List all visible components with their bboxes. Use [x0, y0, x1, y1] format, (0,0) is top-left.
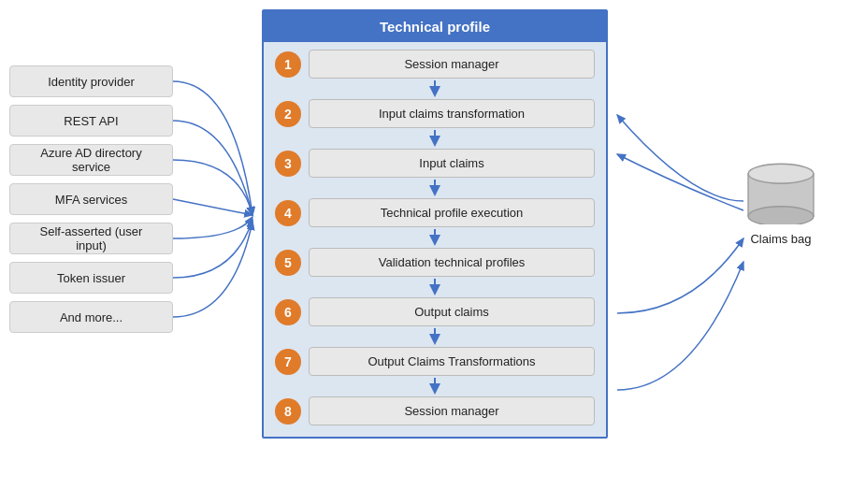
arrow-3-4 — [275, 178, 595, 198]
step-num-8: 8 — [275, 398, 301, 425]
arrow-4-5 — [275, 227, 595, 248]
left-box-self-asserted: Self-asserted (user input) — [9, 223, 173, 254]
step-row-2: 2 Input claims transformation — [275, 99, 595, 128]
step-row-6: 6 Output claims — [275, 297, 595, 326]
arrow-7-8 — [275, 376, 595, 396]
step-row-1: 1 Session manager — [275, 50, 595, 79]
step-num-7: 7 — [275, 349, 301, 375]
claims-bag-label: Claims bag — [750, 232, 811, 246]
step-num-3: 3 — [275, 151, 301, 177]
step-box-6: Output claims — [309, 297, 595, 326]
arrow-5-6 — [275, 277, 595, 297]
step-box-4: Technical profile execution — [309, 198, 595, 227]
step-num-5: 5 — [275, 250, 301, 276]
step-num-1: 1 — [275, 51, 301, 78]
claims-bag: Claims bag — [739, 159, 823, 246]
step-row-4: 4 Technical profile execution — [275, 198, 595, 227]
svg-point-10 — [750, 166, 813, 182]
step-box-8: Session manager — [309, 396, 595, 425]
left-box-azure-ad: Azure AD directory service — [9, 144, 173, 176]
step-num-4: 4 — [275, 200, 301, 226]
diagram: Identity provider REST API Azure AD dire… — [0, 0, 851, 504]
tp-header: Technical profile — [264, 11, 606, 42]
cylinder-icon — [739, 159, 823, 224]
step-box-5: Validation technical profiles — [309, 248, 595, 277]
svg-point-9 — [748, 207, 814, 224]
step-box-2: Input claims transformation — [309, 99, 595, 128]
step-row-8: 8 Session manager — [275, 396, 595, 425]
left-box-token-issuer: Token issuer — [9, 262, 173, 294]
step-row-3: 3 Input claims — [275, 149, 595, 178]
arrow-6-7 — [275, 326, 595, 347]
step-num-6: 6 — [275, 299, 301, 325]
left-box-mfa-services: MFA services — [9, 183, 173, 215]
left-box-and-more: And more... — [9, 301, 173, 333]
step-box-1: Session manager — [309, 50, 595, 79]
step-num-2: 2 — [275, 101, 301, 127]
left-box-rest-api: REST API — [9, 105, 173, 137]
left-box-identity-provider: Identity provider — [9, 65, 173, 97]
step-box-3: Input claims — [309, 149, 595, 178]
step-row-5: 5 Validation technical profiles — [275, 248, 595, 277]
step-box-7: Output Claims Transformations — [309, 347, 595, 376]
tp-body: 1 Session manager 2 Input claims transfo… — [264, 42, 606, 437]
step-row-7: 7 Output Claims Transformations — [275, 347, 595, 376]
arrow-2-3 — [275, 128, 595, 149]
left-boxes-container: Identity provider REST API Azure AD dire… — [9, 65, 173, 333]
arrow-1-2 — [275, 79, 595, 99]
technical-profile-panel: Technical profile 1 Session manager 2 In… — [262, 9, 608, 439]
